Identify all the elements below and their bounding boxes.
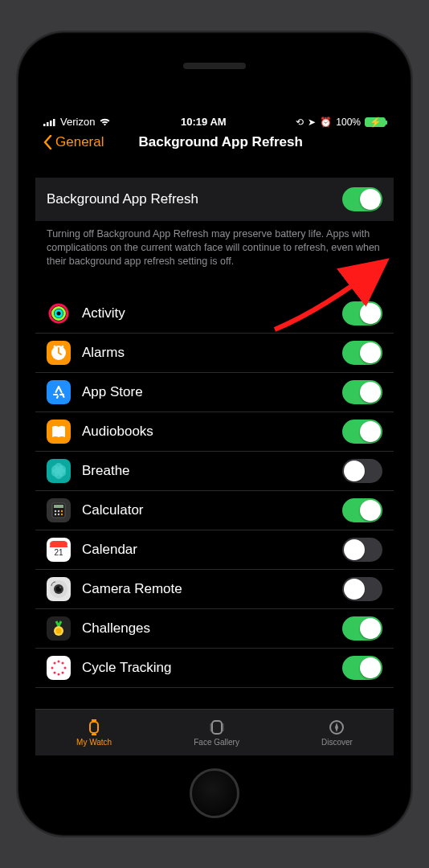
svg-text:21: 21 <box>54 548 63 557</box>
cycletracking-icon <box>47 656 71 680</box>
app-label: App Store <box>82 384 342 400</box>
facegallery-icon <box>207 719 227 736</box>
app-label: Audiobooks <box>82 424 342 440</box>
svg-point-19 <box>58 510 59 511</box>
svg-point-42 <box>54 661 56 664</box>
screen: Verizon 10:19 AM ⟲ ➤ ⏰ 100% ⚡ General Ba… <box>35 113 394 755</box>
svg-point-38 <box>62 671 64 674</box>
cycletracking-toggle[interactable] <box>342 656 382 680</box>
app-label: Activity <box>82 305 342 321</box>
app-row-calculator: Calculator <box>35 491 394 530</box>
activity-toggle[interactable] <box>342 301 382 326</box>
svg-point-31 <box>59 587 61 588</box>
chevron-left-icon <box>43 135 52 149</box>
svg-point-18 <box>55 510 56 511</box>
svg-rect-3 <box>53 119 55 126</box>
breathe-toggle[interactable] <box>342 459 382 483</box>
app-row-challenges: Challenges <box>35 609 394 649</box>
app-row-alarms: Alarms <box>35 334 394 373</box>
appstore-toggle[interactable] <box>342 380 382 404</box>
svg-rect-48 <box>222 723 223 731</box>
master-toggle-row: Background App Refresh <box>35 178 394 221</box>
svg-rect-44 <box>92 719 96 721</box>
svg-point-20 <box>61 510 63 511</box>
status-bar: Verizon 10:19 AM ⟲ ➤ ⏰ 100% ⚡ <box>35 113 394 129</box>
app-row-calendar: 21Calendar <box>35 530 394 570</box>
svg-point-41 <box>51 666 54 669</box>
appstore-icon <box>47 380 71 404</box>
svg-rect-46 <box>212 721 222 734</box>
svg-rect-0 <box>43 124 46 126</box>
breathe-icon <box>47 459 71 483</box>
page-title: Background App Refresh <box>55 134 386 150</box>
svg-rect-2 <box>50 121 52 126</box>
app-label: Calculator <box>82 502 342 518</box>
app-label: Camera Remote <box>82 581 342 597</box>
status-time: 10:19 AM <box>181 116 227 128</box>
alarms-icon <box>47 341 71 365</box>
app-label: Alarms <box>82 345 342 361</box>
content[interactable]: Background App Refresh Turning off Backg… <box>35 158 394 709</box>
svg-point-8 <box>54 345 56 347</box>
svg-rect-17 <box>54 505 63 508</box>
home-button[interactable] <box>190 768 239 818</box>
tab-bar: My WatchFace GalleryDiscover <box>35 709 394 755</box>
master-toggle[interactable] <box>342 187 382 211</box>
svg-point-9 <box>62 345 64 347</box>
battery-percent: 100% <box>336 117 361 128</box>
mywatch-icon <box>84 719 104 736</box>
wifi-icon <box>99 117 111 126</box>
svg-point-39 <box>58 673 60 675</box>
tab-label: Discover <box>321 738 353 747</box>
svg-point-23 <box>61 513 63 514</box>
activity-icon <box>47 301 71 326</box>
section-description: Turning off Background App Refresh may p… <box>35 221 394 285</box>
calculator-icon <box>47 498 71 522</box>
tab-mywatch[interactable]: My Watch <box>76 719 112 747</box>
app-label: Challenges <box>82 620 342 637</box>
svg-point-15 <box>51 465 59 473</box>
alarm-icon: ⏰ <box>320 117 332 128</box>
svg-point-37 <box>64 666 67 669</box>
orientation-lock-icon: ⟲ <box>296 117 304 128</box>
tab-label: Face Gallery <box>194 738 239 747</box>
app-list: ActivityAlarmsApp StoreAudiobooksBreathe… <box>35 294 394 688</box>
app-row-cycletracking: Cycle Tracking <box>35 649 394 688</box>
app-row-cameraremote: Camera Remote <box>35 570 394 609</box>
nav-bar: General Background App Refresh <box>35 129 394 158</box>
calendar-toggle[interactable] <box>342 538 382 562</box>
battery-icon: ⚡ <box>365 117 386 127</box>
svg-point-6 <box>55 310 62 317</box>
audiobooks-toggle[interactable] <box>342 420 382 444</box>
svg-rect-47 <box>210 723 211 731</box>
cameraremote-icon <box>47 577 71 601</box>
alarms-toggle[interactable] <box>342 341 382 365</box>
cameraremote-toggle[interactable] <box>342 577 382 601</box>
svg-rect-45 <box>92 734 96 735</box>
challenges-icon <box>47 616 71 641</box>
app-label: Calendar <box>82 542 342 558</box>
app-row-appstore: App Store <box>35 373 394 412</box>
app-row-audiobooks: Audiobooks <box>35 412 394 452</box>
svg-point-21 <box>55 513 56 514</box>
tab-facegallery[interactable]: Face Gallery <box>194 719 239 747</box>
app-label: Breathe <box>82 463 342 479</box>
svg-point-33 <box>56 628 62 633</box>
app-row-activity: Activity <box>35 294 394 334</box>
signal-icon <box>43 118 56 126</box>
challenges-toggle[interactable] <box>342 616 382 641</box>
tab-discover[interactable]: Discover <box>321 719 353 747</box>
app-label: Cycle Tracking <box>82 660 342 676</box>
svg-rect-43 <box>90 722 98 733</box>
location-icon: ➤ <box>308 117 316 128</box>
audiobooks-icon <box>47 420 71 444</box>
svg-point-40 <box>54 671 56 674</box>
calculator-toggle[interactable] <box>342 498 382 522</box>
app-row-breathe: Breathe <box>35 452 394 491</box>
svg-point-36 <box>62 661 64 664</box>
svg-rect-1 <box>47 122 49 126</box>
master-toggle-label: Background App Refresh <box>47 191 198 207</box>
tab-label: My Watch <box>76 738 112 747</box>
calendar-icon: 21 <box>47 538 71 562</box>
discover-icon <box>327 719 346 736</box>
